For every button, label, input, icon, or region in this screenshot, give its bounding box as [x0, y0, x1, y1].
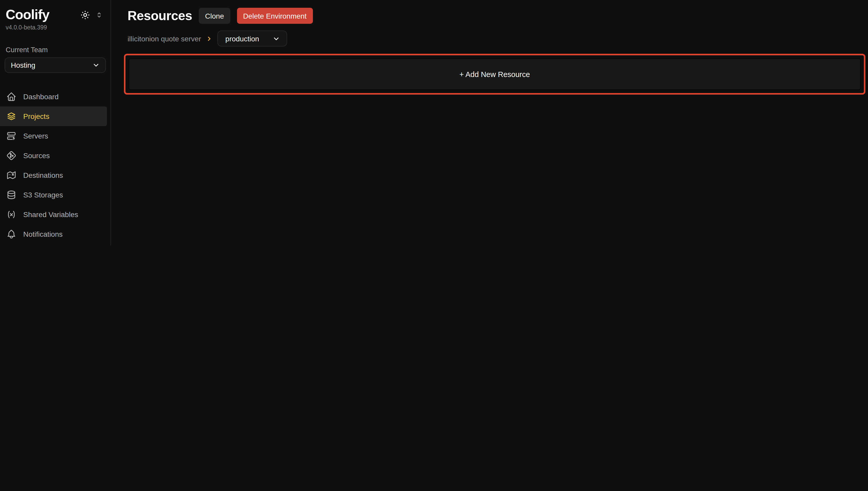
sidebar-header-icons: [80, 9, 103, 20]
sidebar-item-notifications[interactable]: Notifications: [0, 224, 107, 244]
sidebar-item-keys-tokens[interactable]: Keys & Tokens: [0, 244, 107, 246]
team-select[interactable]: Hosting: [5, 57, 106, 73]
sidebar-item-dashboard[interactable]: Dashboard: [0, 87, 107, 107]
theme-sun-icon[interactable]: [80, 9, 90, 20]
chevron-down-icon: [92, 61, 100, 69]
sidebar-nav: Dashboard Projects: [0, 87, 107, 246]
add-resource-highlight-ring: + Add New Resource: [124, 54, 865, 94]
variable-icon: [6, 209, 17, 220]
sidebar-item-label: Dashboard: [23, 93, 59, 100]
delete-environment-button[interactable]: Delete Environment: [237, 8, 313, 24]
add-new-resource-label: + Add New Resource: [459, 70, 530, 78]
server-bolt-icon: [6, 131, 17, 141]
map-icon: [6, 170, 17, 180]
git-source-icon: [6, 150, 17, 161]
team-select-value: Hosting: [11, 61, 35, 69]
breadcrumb: illicitonion quote server production: [111, 24, 868, 47]
sidebar-item-projects[interactable]: Projects: [0, 107, 107, 126]
layers-icon: [6, 111, 17, 121]
app-logo[interactable]: Coolify: [6, 7, 49, 23]
bell-icon: [6, 229, 17, 239]
sidebar-item-destinations[interactable]: Destinations: [0, 165, 107, 185]
sidebar-item-label: Sources: [23, 152, 50, 160]
app-version: v4.0.0-beta.399: [0, 23, 111, 30]
clone-button[interactable]: Clone: [199, 8, 230, 24]
main-content: Resources Clone Delete Environment illic…: [111, 0, 868, 246]
environment-select-value: production: [225, 34, 259, 42]
environment-select[interactable]: production: [218, 30, 287, 47]
app-root: Coolify v4.0.0-beta.399 Current Team Hos…: [0, 0, 868, 246]
page-header: Resources Clone Delete Environment: [111, 0, 868, 24]
sidebar-item-label: Shared Variables: [23, 211, 78, 219]
sidebar-item-label: Projects: [23, 112, 49, 120]
sidebar-item-shared-variables[interactable]: Shared Variables: [0, 205, 107, 224]
chevron-down-icon: [272, 34, 281, 42]
home-icon: [6, 91, 17, 102]
sidebar-header: Coolify: [0, 7, 111, 23]
add-new-resource-button[interactable]: + Add New Resource: [129, 58, 861, 90]
database-icon: [6, 190, 17, 200]
sidebar-item-servers[interactable]: Servers: [0, 126, 107, 146]
sidebar-item-s3-storages[interactable]: S3 Storages: [0, 185, 107, 205]
sidebar-item-label: Servers: [23, 132, 48, 140]
sidebar-item-sources[interactable]: Sources: [0, 146, 107, 165]
current-team-label: Current Team: [6, 46, 111, 54]
breadcrumb-chevron-icon: [206, 35, 213, 42]
breadcrumb-project-link[interactable]: illicitonion quote server: [128, 34, 201, 42]
sidebar: Coolify v4.0.0-beta.399 Current Team Hos…: [0, 0, 111, 246]
sidebar-item-label: Destinations: [23, 171, 63, 179]
sidebar-item-label: S3 Storages: [23, 191, 63, 199]
version-selector-icon[interactable]: [95, 10, 103, 19]
page-title: Resources: [128, 8, 192, 23]
sidebar-item-label: Notifications: [23, 230, 63, 238]
